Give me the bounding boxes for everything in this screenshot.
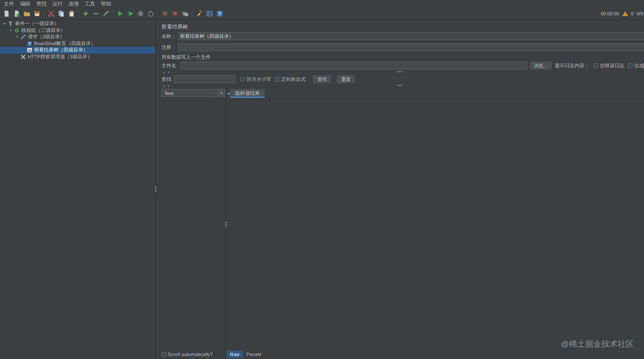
collapse-down-icon[interactable]: ▼ [167,84,170,88]
expand-all-icon[interactable] [81,9,90,18]
listener-icon [26,47,32,53]
collapse-up-icon[interactable]: ▲ [163,71,165,74]
scroll-automatically-checkbox[interactable]: Scroll automatically? [161,352,213,357]
errors-only-label: 仅错误日志 [600,63,624,69]
splitter-grip-dots[interactable]: ••• [397,69,403,74]
copy-icon[interactable] [57,9,66,18]
regex-checkbox[interactable]: 正则表达式 [275,76,306,83]
collapse-down-icon[interactable]: ▼ [167,71,170,74]
results-tree-area [161,97,225,350]
splitter-collapse-arrows[interactable]: ▲▼ [163,84,170,88]
find-button[interactable]: 查找 [313,75,331,83]
comment-input[interactable] [178,43,644,51]
log-display-label: 显示日志内容： [555,63,589,69]
save-icon[interactable] [32,9,42,18]
clear-icon[interactable] [195,9,204,18]
help-icon[interactable]: ? [215,9,224,18]
start-no-pauses-icon[interactable] [126,9,135,18]
name-input[interactable] [178,32,644,40]
splitter-collapse-arrows[interactable]: ▲▼ [163,71,170,74]
warning-icon[interactable] [622,11,628,17]
tree-item-label: 察看结果树（四级目录） [34,47,88,53]
chevron-down-icon[interactable]: ▼ [2,22,7,25]
menu-run[interactable]: 运行 [49,0,66,8]
success-only-label: 仅成功日志 [634,63,644,69]
templates-icon[interactable] [12,9,21,18]
browse-button[interactable]: 浏览... [530,62,552,69]
shutdown-icon[interactable] [146,9,155,18]
search-row: 查找: 区分大小写 正则表达式 查找 重置 [156,75,644,83]
cut-icon[interactable] [46,9,56,18]
svg-text:?: ? [218,11,221,16]
checkbox-box[interactable] [240,77,245,82]
test-plan-icon [7,21,13,26]
tree-row-thread-group[interactable]: ▼ 线程组（二级目录） [0,27,155,34]
filename-label: 文件名 [161,63,176,69]
chevron-down-icon[interactable]: ▼ [8,29,14,32]
viewer-splitter[interactable] [225,89,227,359]
log-error-count: 0 [631,11,634,16]
toggle-icon[interactable] [101,9,111,18]
tree-item-label: 事件一（一级目录） [15,20,59,27]
tab-parsed[interactable]: Parsed [243,350,264,358]
horizontal-splitter-bottom[interactable]: ▲▼ ••• [156,84,644,88]
splitter-grip-dots[interactable]: ••• [397,83,403,88]
checkbox-box[interactable] [161,352,166,357]
tab-raw[interactable]: Raw [227,350,243,358]
comment-row: 注释： [156,43,644,51]
chevron-left-icon[interactable]: ◀ [227,92,230,95]
tree-row-sampler[interactable]: ▼ 请求（3级目录） [0,34,155,40]
errors-only-checkbox[interactable]: 仅错误日志 [593,63,624,69]
menu-help[interactable]: 帮助 [98,0,114,8]
filename-input[interactable] [181,62,527,69]
content-area: ▼ 事件一（一级目录） ▼ 线程组（二级目录） ▼ 请求（3级目录） ? [0,20,644,359]
menu-tools[interactable]: 工具 [82,0,98,8]
menu-options[interactable]: 选项 [66,0,82,8]
case-sensitive-checkbox[interactable]: 区分大小写 [240,76,271,83]
remote-exit-all-icon[interactable] [181,9,190,18]
success-only-checkbox[interactable]: 仅成功日志 [628,63,644,69]
tree-row-beanshell-assertion[interactable]: ? BeanShell断言（四级目录） [0,40,155,47]
search-input[interactable] [174,75,235,83]
tree-row-view-results-tree[interactable]: 察看结果树（四级目录） [0,47,155,54]
tree-item-label: HTTP授权管理器（3级目录） [28,54,92,60]
checkbox-box[interactable] [628,63,632,68]
collapse-all-icon[interactable] [91,9,101,18]
collapse-up-icon[interactable]: ▲ [163,84,165,88]
remote-start-all-icon[interactable] [160,9,170,18]
toolbar-separator [158,10,158,17]
tree-row-http-auth-manager[interactable]: HTTP授权管理器（3级目录） [0,54,155,60]
sampler-icon [20,34,26,40]
stop-icon[interactable] [136,9,145,18]
file-section-title: 所有数据写入一个文件 [156,54,644,60]
search-label: 查找: [161,76,172,83]
tab-sampler-result[interactable]: 取样器结果 [230,89,264,98]
menu-edit[interactable]: 编辑 [17,0,33,8]
renderer-select[interactable]: Text ▼ [161,89,225,97]
svg-text:?: ? [29,41,31,46]
reset-button[interactable]: 重置 [337,75,355,83]
chevron-down-icon[interactable]: ▼ [218,89,225,97]
assertion-icon: ? [26,41,32,46]
open-icon[interactable] [22,9,32,18]
paste-icon[interactable] [67,9,76,18]
checkbox-box[interactable] [275,77,279,82]
jmeter-window: 文件 编辑 查找 运行 选项 工具 帮助 ? 00:00:0 [0,0,644,359]
tree-item-label: 请求（3级目录） [28,34,65,40]
scroll-row: Scroll automatically? [161,350,225,359]
new-icon[interactable] [2,9,11,18]
checkbox-box[interactable] [593,63,598,68]
results-right-pane: ◀ 取样器结果 Raw Parsed [227,89,644,359]
remote-shutdown-all-icon[interactable] [170,9,180,18]
view-results-tree-panel: 察看结果树 名称： 注释： 所有数据写入一个文件 文件名 浏览... 显示日志内… [156,20,644,359]
chevron-down-icon[interactable]: ▼ [14,35,20,38]
menu-search[interactable]: 查找 [33,0,49,8]
splitter-grip[interactable] [225,222,227,227]
filename-row: 文件名 浏览... 显示日志内容： 仅错误日志 仅成功日志 配置 [156,62,644,69]
function-helper-icon[interactable] [205,9,214,18]
menu-file[interactable]: 文件 [1,0,17,8]
start-icon[interactable] [115,9,125,18]
auth-manager-icon [20,54,26,60]
tree-row-test-plan[interactable]: ▼ 事件一（一级目录） [0,20,155,27]
horizontal-splitter-top[interactable]: ▲▼ ••• [156,71,644,74]
